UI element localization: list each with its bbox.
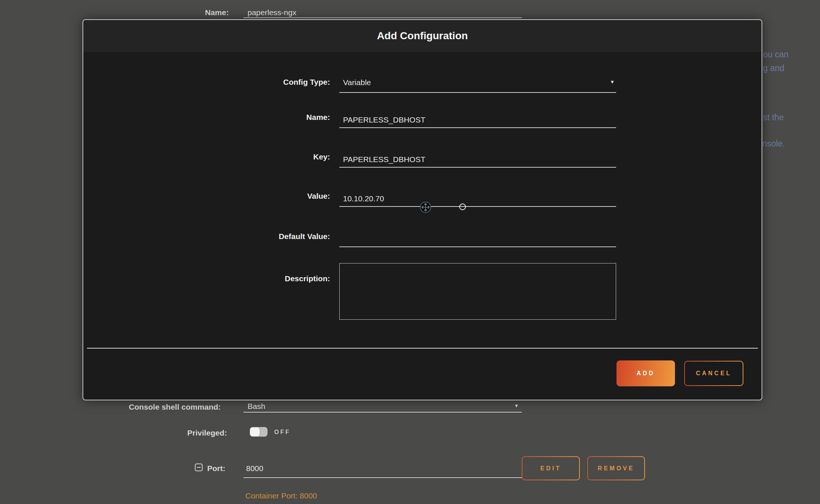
default-value-input[interactable]	[339, 232, 616, 247]
value-label: Value:	[83, 192, 330, 201]
name-input[interactable]	[339, 112, 616, 128]
bg-help-text-fragment: ou can	[763, 50, 789, 60]
description-textarea[interactable]	[339, 263, 616, 320]
add-button[interactable]: ADD	[616, 360, 675, 386]
container-port-note: Container Port: 8000	[245, 491, 317, 500]
collapse-minus-icon[interactable]	[195, 463, 203, 471]
key-label: Key:	[83, 152, 330, 161]
bg-name-label: Name:	[205, 8, 229, 17]
edit-button[interactable]: EDIT	[522, 456, 580, 480]
remove-button-label: REMOVE	[588, 457, 644, 480]
value-input[interactable]	[339, 191, 616, 207]
console-shell-label: Console shell command:	[129, 403, 221, 411]
name-label: Name:	[83, 113, 330, 122]
config-type-label: Config Type:	[83, 78, 330, 87]
config-type-value: Variable	[343, 78, 371, 87]
bg-help-text-fragment: st the	[763, 112, 784, 122]
chevron-down-icon: ▼	[514, 403, 519, 408]
bg-help-text-fragment: nsole.	[762, 139, 785, 149]
move-cursor-icon	[420, 202, 431, 213]
remove-button[interactable]: REMOVE	[587, 456, 645, 480]
bg-name-value[interactable]: paperless-ngx	[248, 8, 296, 17]
cancel-button-label: CANCEL	[685, 362, 743, 385]
console-shell-dropdown[interactable]: Bash ▼	[243, 401, 522, 413]
config-type-dropdown[interactable]: Variable ▼	[339, 77, 616, 93]
key-input[interactable]	[339, 152, 616, 168]
description-label: Description:	[83, 274, 330, 283]
console-shell-value: Bash	[248, 402, 265, 411]
port-underline	[243, 477, 522, 478]
modal-header: Add Configuration	[83, 20, 762, 52]
privileged-state: OFF	[274, 429, 290, 436]
add-configuration-modal: Add Configuration Config Type: Variable …	[83, 19, 762, 400]
cancel-button[interactable]: CANCEL	[684, 361, 743, 386]
toggle-knob	[250, 427, 260, 436]
drag-handle-dot	[459, 204, 466, 210]
privileged-label: Privileged:	[187, 429, 227, 437]
modal-footer-divider	[87, 348, 758, 349]
console-shell-underline	[243, 412, 522, 413]
port-label: Port:	[207, 464, 225, 473]
bg-name-underline	[243, 17, 522, 18]
bg-help-text-fragment: g and	[763, 63, 784, 73]
edit-button-label: EDIT	[522, 457, 579, 480]
default-value-label: Default Value:	[83, 232, 330, 241]
port-value[interactable]: 8000	[246, 464, 263, 473]
chevron-down-icon: ▼	[610, 80, 615, 84]
modal-title: Add Configuration	[83, 20, 762, 52]
privileged-toggle[interactable]	[250, 427, 268, 437]
page: Name: paperless-ngx ou can g and st the …	[0, 0, 820, 504]
